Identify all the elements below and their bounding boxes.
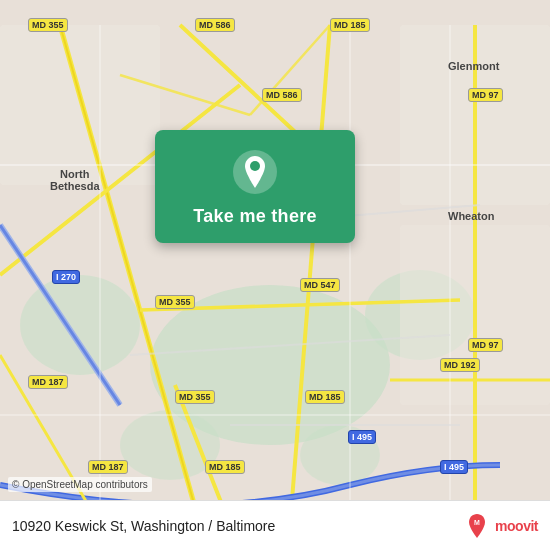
road-label-md97-se: MD 97 — [468, 338, 503, 352]
road-label-md586-n: MD 586 — [195, 18, 235, 32]
road-label-i495-se: I 495 — [440, 460, 468, 474]
copyright-text: © OpenStreetMap contributors — [8, 477, 152, 492]
road-label-md355-nw: MD 355 — [28, 18, 68, 32]
road-label-md97-ne: MD 97 — [468, 88, 503, 102]
road-label-md355-mid: MD 355 — [155, 295, 195, 309]
location-pin-icon — [231, 148, 279, 196]
road-label-md185-s: MD 185 — [305, 390, 345, 404]
road-label-md187-s: MD 187 — [88, 460, 128, 474]
moovit-logo: M moovit — [463, 512, 538, 540]
road-label-md185-ss: MD 185 — [205, 460, 245, 474]
road-label-md586-mid: MD 586 — [262, 88, 302, 102]
road-label-md547: MD 547 — [300, 278, 340, 292]
road-label-i270: I 270 — [52, 270, 80, 284]
bottom-bar: 10920 Keswick St, Washington / Baltimore… — [0, 500, 550, 550]
address-label: 10920 Keswick St, Washington / Baltimore — [12, 518, 275, 534]
moovit-brand-text: moovit — [495, 518, 538, 534]
map-container: Glenmont NorthBethesda Wheaton MD 355 MD… — [0, 0, 550, 550]
svg-point-2 — [20, 275, 140, 375]
svg-text:M: M — [474, 519, 480, 526]
road-label-md192: MD 192 — [440, 358, 480, 372]
take-me-there-label: Take me there — [193, 206, 317, 227]
take-me-there-card[interactable]: Take me there — [155, 130, 355, 243]
road-label-i495-s: I 495 — [348, 430, 376, 444]
moovit-icon: M — [463, 512, 491, 540]
svg-point-32 — [250, 161, 260, 171]
road-label-md187: MD 187 — [28, 375, 68, 389]
road-label-md355-s: MD 355 — [175, 390, 215, 404]
road-label-md185-n: MD 185 — [330, 18, 370, 32]
